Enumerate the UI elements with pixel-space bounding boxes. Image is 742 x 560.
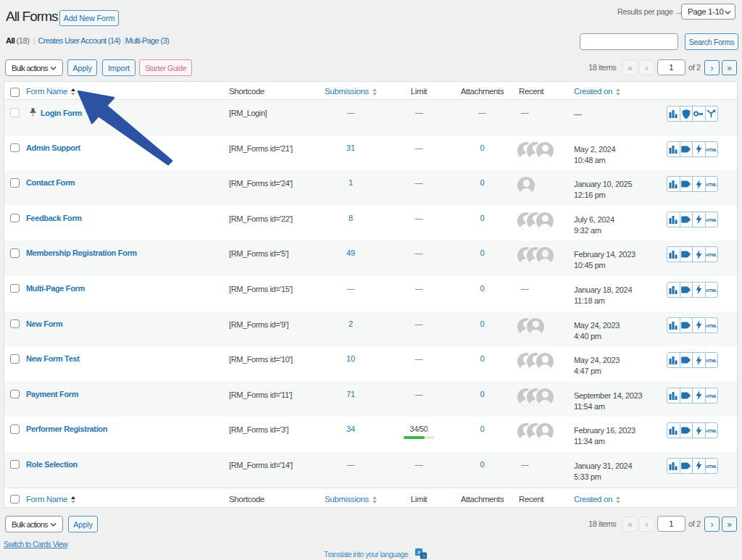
svg-text:☆: ☆ [422,553,426,559]
svg-text:HTML: HTML [706,218,717,222]
svg-text:HTML: HTML [706,253,717,257]
svg-text:HTML: HTML [706,148,717,152]
svg-text:HTML: HTML [706,288,717,293]
svg-text:HTML: HTML [706,359,717,363]
svg-text:HTML: HTML [706,324,717,328]
svg-text:HTML: HTML [706,464,717,469]
svg-text:HTML: HTML [706,429,717,433]
svg-text:HTML: HTML [706,183,717,187]
svg-text:HTML: HTML [706,394,717,398]
